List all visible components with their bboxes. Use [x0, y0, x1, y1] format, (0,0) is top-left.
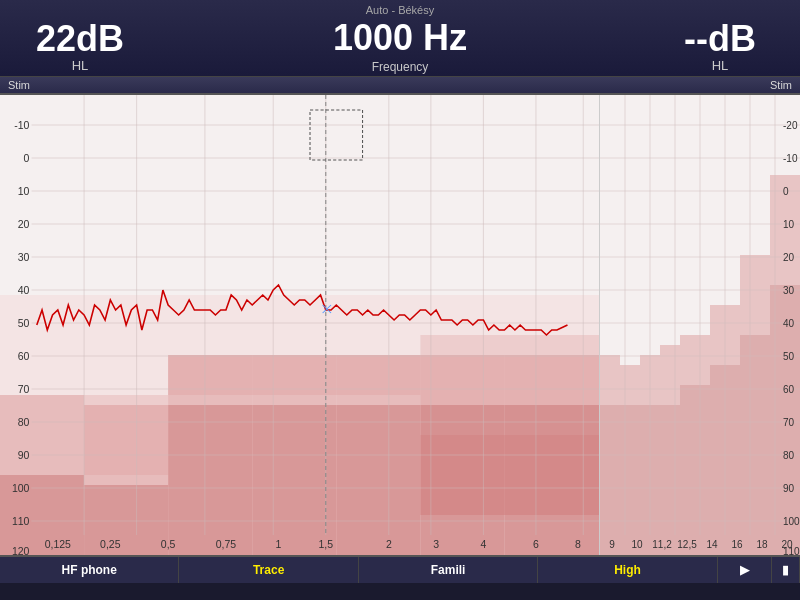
svg-text:18: 18 — [756, 539, 768, 550]
svg-rect-12 — [336, 405, 420, 555]
tab-famili[interactable]: Famili — [359, 557, 538, 583]
svg-text:12,5: 12,5 — [677, 539, 697, 550]
tab-high[interactable]: High — [538, 557, 717, 583]
svg-rect-78 — [660, 345, 680, 405]
tab-trace-label: Trace — [253, 563, 284, 577]
svg-text:40: 40 — [18, 285, 30, 296]
svg-text:60: 60 — [783, 384, 795, 395]
svg-rect-11 — [252, 355, 336, 405]
svg-text:10: 10 — [783, 219, 795, 230]
svg-rect-15 — [420, 355, 504, 405]
svg-rect-14 — [420, 405, 504, 555]
svg-text:6: 6 — [533, 539, 539, 550]
svg-text:-20: -20 — [783, 120, 798, 131]
svg-text:100: 100 — [783, 516, 800, 527]
frequency-label: Frequency — [140, 60, 660, 74]
svg-text:80: 80 — [783, 450, 795, 461]
svg-text:2: 2 — [386, 539, 392, 550]
svg-rect-74 — [620, 365, 640, 405]
svg-text:110: 110 — [12, 516, 30, 527]
svg-rect-72 — [600, 355, 620, 405]
arrow-icon: ▶ — [740, 563, 749, 577]
tab-hf-phone-label: HF phone — [62, 563, 117, 577]
svg-text:10: 10 — [18, 186, 30, 197]
svg-text:90: 90 — [18, 450, 30, 461]
svg-text:0,125: 0,125 — [45, 539, 72, 550]
svg-text:120: 120 — [12, 546, 30, 555]
svg-text:30: 30 — [18, 252, 30, 263]
center-value: 1000 Hz — [140, 18, 660, 58]
svg-rect-9 — [168, 355, 252, 405]
svg-rect-6 — [84, 485, 168, 555]
svg-rect-80 — [680, 335, 710, 385]
svg-text:50: 50 — [783, 351, 795, 362]
svg-text:80: 80 — [18, 417, 30, 428]
svg-text:70: 70 — [783, 417, 795, 428]
bars-icon: ▮ — [782, 563, 789, 577]
svg-text:4: 4 — [480, 539, 486, 550]
stim-left: Stim — [8, 79, 30, 91]
svg-text:11,2: 11,2 — [652, 539, 672, 550]
left-metric: 22dB HL — [20, 19, 140, 74]
svg-text:30: 30 — [783, 285, 795, 296]
stim-right: Stim — [770, 79, 792, 91]
right-sub: HL — [660, 58, 780, 73]
left-sub: HL — [20, 58, 140, 73]
chart-right: -20 -10 0 10 20 30 40 50 60 70 80 90 100… — [600, 95, 800, 555]
svg-text:9: 9 — [609, 539, 615, 550]
svg-rect-16 — [504, 405, 599, 555]
svg-text:-10: -10 — [14, 120, 29, 131]
svg-text:0,75: 0,75 — [216, 539, 237, 550]
svg-text:50: 50 — [18, 318, 30, 329]
svg-rect-73 — [620, 405, 640, 555]
svg-text:1,5: 1,5 — [318, 539, 333, 550]
svg-rect-71 — [600, 405, 620, 555]
svg-text:10: 10 — [631, 539, 643, 550]
top-bar: Auto - Békésy 22dB HL 1000 Hz Frequency … — [0, 0, 800, 77]
subtitle: Auto - Békésy — [0, 4, 800, 16]
svg-text:3: 3 — [433, 539, 439, 550]
right-value: --dB — [660, 19, 780, 59]
svg-rect-5 — [0, 395, 84, 475]
tab-high-label: High — [614, 563, 641, 577]
stim-bar: Stim Stim — [0, 77, 800, 95]
svg-text:90: 90 — [783, 483, 795, 494]
main-chart-svg: -10 0 10 20 30 40 50 60 70 80 90 100 110… — [0, 95, 599, 555]
chart-main: -10 0 10 20 30 40 50 60 70 80 90 100 110… — [0, 95, 600, 555]
svg-rect-83 — [740, 335, 770, 555]
tab-famili-label: Famili — [431, 563, 466, 577]
svg-text:20: 20 — [18, 219, 30, 230]
center-metric: 1000 Hz Frequency — [140, 18, 660, 74]
right-chart-svg: -20 -10 0 10 20 30 40 50 60 70 80 90 100… — [600, 95, 800, 555]
svg-text:100: 100 — [12, 483, 30, 494]
svg-text:70: 70 — [18, 384, 30, 395]
svg-rect-13 — [336, 355, 420, 405]
svg-rect-8 — [168, 405, 252, 555]
svg-text:0,5: 0,5 — [161, 539, 176, 550]
tab-arrow[interactable]: ▶ — [718, 557, 773, 583]
svg-text:20: 20 — [783, 252, 795, 263]
svg-text:1: 1 — [276, 539, 282, 550]
svg-text:16: 16 — [731, 539, 743, 550]
chart-area: -10 0 10 20 30 40 50 60 70 80 90 100 110… — [0, 95, 800, 555]
svg-text:0: 0 — [783, 186, 789, 197]
tab-bars[interactable]: ▮ — [772, 557, 800, 583]
right-metric: --dB HL — [660, 19, 780, 74]
svg-text:0: 0 — [24, 153, 30, 164]
svg-text:60: 60 — [18, 351, 30, 362]
svg-text:-10: -10 — [783, 153, 798, 164]
left-value: 22dB — [20, 19, 140, 59]
tab-trace[interactable]: Trace — [179, 557, 358, 583]
svg-rect-17 — [504, 355, 599, 405]
svg-text:20: 20 — [781, 539, 793, 550]
svg-rect-10 — [252, 405, 336, 555]
svg-text:14: 14 — [706, 539, 718, 550]
svg-rect-77 — [660, 405, 680, 555]
tab-hf-phone[interactable]: HF phone — [0, 557, 179, 583]
svg-text:0,25: 0,25 — [100, 539, 121, 550]
svg-text:8: 8 — [575, 539, 581, 550]
svg-text:40: 40 — [783, 318, 795, 329]
svg-rect-79 — [680, 385, 710, 555]
svg-rect-7 — [84, 405, 168, 485]
top-metrics: 22dB HL 1000 Hz Frequency --dB HL — [0, 18, 800, 74]
